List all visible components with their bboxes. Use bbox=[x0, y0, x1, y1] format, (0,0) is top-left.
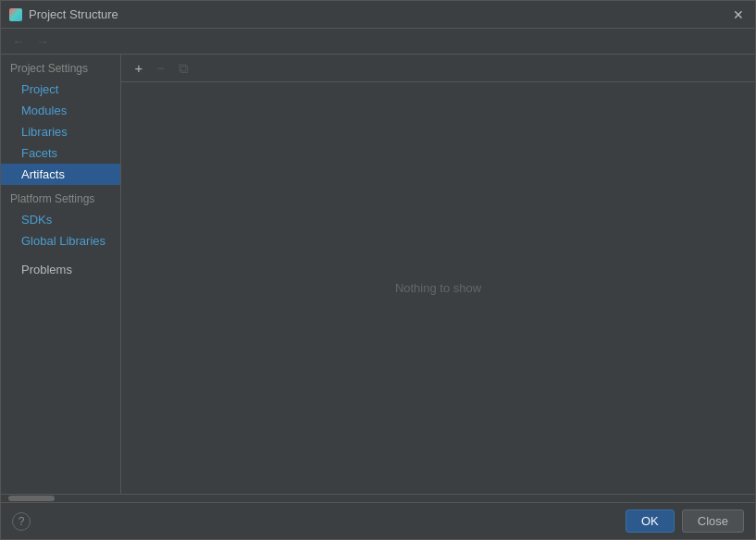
nav-bar: ← → bbox=[1, 29, 755, 55]
bottom-right: OK Close bbox=[626, 509, 744, 533]
title-bar: Project Structure ✕ bbox=[1, 1, 755, 29]
ok-button[interactable]: OK bbox=[626, 509, 675, 533]
sidebar-item-problems[interactable]: Problems bbox=[1, 259, 120, 280]
sidebar-item-global-libraries[interactable]: Global Libraries bbox=[1, 230, 120, 252]
copy-button[interactable]: ⧉ bbox=[173, 58, 193, 79]
app-icon bbox=[8, 7, 23, 22]
remove-button[interactable]: − bbox=[151, 58, 171, 79]
bottom-left: ? bbox=[12, 512, 31, 531]
empty-message: Nothing to show bbox=[395, 281, 481, 295]
sidebar-item-modules[interactable]: Modules bbox=[1, 100, 120, 121]
project-settings-label: Project Settings bbox=[1, 55, 120, 79]
bottom-bar: ? OK Close bbox=[1, 502, 755, 539]
right-panel: + − ⧉ Nothing to show bbox=[121, 55, 755, 494]
platform-settings-label: Platform Settings bbox=[1, 185, 120, 209]
sidebar-separator bbox=[1, 252, 120, 259]
dialog-title: Project Structure bbox=[29, 7, 729, 21]
sidebar: Project Settings Project Modules Librari… bbox=[1, 55, 121, 494]
sidebar-item-artifacts[interactable]: Artifacts bbox=[1, 164, 120, 185]
sidebar-item-sdks[interactable]: SDKs bbox=[1, 209, 120, 230]
project-structure-dialog: Project Structure ✕ ← → Project Settings… bbox=[0, 0, 756, 540]
artifacts-toolbar: + − ⧉ bbox=[121, 55, 755, 82]
bottom-scrollbar-area bbox=[1, 494, 755, 502]
content-area: Nothing to show bbox=[121, 82, 755, 494]
sidebar-scrollbar[interactable] bbox=[1, 495, 121, 502]
close-button[interactable]: Close bbox=[682, 509, 744, 533]
sidebar-item-project[interactable]: Project bbox=[1, 79, 120, 100]
back-button[interactable]: ← bbox=[8, 32, 29, 51]
help-button[interactable]: ? bbox=[12, 512, 31, 531]
sidebar-item-libraries[interactable]: Libraries bbox=[1, 121, 120, 142]
forward-button[interactable]: → bbox=[32, 32, 53, 51]
main-content: Project Settings Project Modules Librari… bbox=[1, 55, 755, 494]
sidebar-item-facets[interactable]: Facets bbox=[1, 142, 120, 164]
close-icon[interactable]: ✕ bbox=[729, 6, 748, 24]
add-button[interactable]: + bbox=[129, 58, 149, 79]
